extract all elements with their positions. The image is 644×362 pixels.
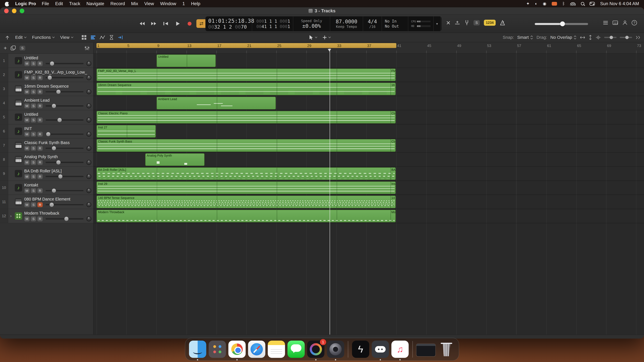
play-circle-icon[interactable]: ◉ bbox=[543, 1, 546, 6]
cycle-button[interactable] bbox=[196, 19, 206, 28]
snap-dropdown[interactable]: Smart bbox=[517, 35, 533, 40]
solo-button[interactable]: S bbox=[31, 146, 36, 151]
lcd-display[interactable]: 01:01:25:18.38 0032 1 2 0070 0001 1 1 00… bbox=[206, 16, 442, 31]
region[interactable]: Ambient Lead bbox=[156, 97, 276, 109]
dock-icon-messages[interactable] bbox=[288, 341, 305, 358]
volume-slider-knob[interactable] bbox=[52, 146, 56, 150]
region[interactable]: Inst 29Ins bbox=[96, 181, 396, 194]
solo-button[interactable]: S bbox=[31, 61, 36, 66]
volume-slider-knob[interactable] bbox=[58, 118, 62, 122]
volume-slider-knob[interactable] bbox=[52, 104, 56, 108]
low-latency-icon[interactable] bbox=[446, 20, 450, 25]
solo-button[interactable]: S bbox=[31, 75, 36, 80]
volume-slider[interactable] bbox=[46, 204, 84, 205]
paint-icon[interactable]: ✦ bbox=[526, 1, 530, 6]
bluetooth-icon[interactable]: ᛒ bbox=[562, 1, 565, 6]
control-center-icon[interactable] bbox=[590, 2, 595, 5]
mute-button[interactable]: M bbox=[24, 89, 30, 94]
zoom-horizontal-icon[interactable] bbox=[580, 36, 585, 39]
region[interactable]: FMP_Kit2_83_Verse_Arp_LFM bbox=[96, 68, 396, 81]
count-in-button[interactable]: 1234 bbox=[484, 20, 496, 26]
mute-button[interactable]: M bbox=[24, 202, 30, 207]
region[interactable]: 16mm Dream Sequence16 bbox=[96, 83, 396, 95]
track-row[interactable]: 4 › Ambient Lead M S R bbox=[0, 96, 93, 110]
dock-icon-finder[interactable] bbox=[189, 341, 206, 358]
dock-icon-chrome[interactable] bbox=[228, 341, 246, 358]
volume-slider-knob[interactable] bbox=[56, 160, 60, 164]
app-menu-title[interactable]: Logic Pro bbox=[15, 1, 36, 6]
region[interactable]: Modern ThrowbackMo bbox=[96, 210, 396, 222]
track-header-config-icon[interactable] bbox=[84, 46, 90, 50]
mute-button[interactable]: M bbox=[24, 174, 30, 179]
record-arm-button[interactable]: R bbox=[38, 61, 43, 66]
track-row[interactable]: 10 › Kontakt M S R bbox=[0, 181, 93, 195]
track-row[interactable]: 1 › Untitled M S R bbox=[0, 54, 93, 68]
dock-icon-camera-app[interactable]: 1 bbox=[307, 341, 324, 358]
track-row[interactable]: 3 › 16mm Dream Sequence M S R bbox=[0, 82, 93, 96]
minimize-button[interactable] bbox=[12, 8, 16, 13]
edit-menu[interactable]: Edit bbox=[15, 35, 27, 40]
record-arm-button[interactable]: R bbox=[38, 188, 43, 193]
mute-button[interactable]: M bbox=[24, 103, 30, 108]
volume-slider[interactable] bbox=[46, 190, 84, 191]
waveform-zoom-icon[interactable] bbox=[596, 35, 601, 40]
solo-button[interactable]: S bbox=[31, 89, 36, 94]
mute-button[interactable]: M bbox=[24, 146, 30, 151]
track-row[interactable]: 6 › INIT M S R bbox=[0, 124, 93, 138]
volume-slider-knob[interactable] bbox=[64, 217, 68, 221]
dock-icon-minimized-window[interactable] bbox=[416, 344, 435, 356]
duplicate-track-button[interactable] bbox=[10, 45, 16, 51]
record-arm-button[interactable]: R bbox=[38, 75, 43, 80]
track-lane[interactable] bbox=[94, 124, 644, 138]
recording-indicator-icon[interactable] bbox=[552, 2, 557, 5]
collapse-chevrons-icon[interactable] bbox=[636, 36, 641, 39]
menu-view[interactable]: View bbox=[144, 1, 154, 6]
add-track-button[interactable]: + bbox=[4, 45, 7, 51]
menu-track[interactable]: Track bbox=[69, 1, 80, 6]
volume-slider-knob[interactable] bbox=[46, 132, 50, 136]
mute-button[interactable]: M bbox=[24, 188, 30, 193]
track-row[interactable]: 11 › 080 BPM Dance Element M S R bbox=[0, 195, 93, 209]
quick-help-icon[interactable]: ? bbox=[632, 20, 637, 25]
pan-knob[interactable] bbox=[86, 132, 91, 137]
command-click-tool-menu[interactable] bbox=[322, 35, 331, 40]
spotlight-icon[interactable] bbox=[581, 2, 584, 5]
view-menu[interactable]: View bbox=[60, 35, 74, 40]
lcd-signature-section[interactable]: 4/4 /16 bbox=[363, 16, 382, 31]
pan-knob[interactable] bbox=[86, 202, 91, 207]
list-editors-icon[interactable] bbox=[603, 20, 608, 25]
flex-icon[interactable] bbox=[109, 35, 114, 40]
menu-window[interactable]: Window bbox=[160, 1, 176, 6]
track-row[interactable]: 5 › Untitled M S R bbox=[0, 110, 93, 124]
region[interactable]: BA DnB Roller [ASL]BA bbox=[96, 167, 396, 180]
volume-slider[interactable] bbox=[46, 218, 84, 220]
solo-button[interactable]: S bbox=[31, 132, 36, 137]
pan-knob[interactable] bbox=[86, 174, 91, 179]
mute-button[interactable]: M bbox=[24, 160, 30, 165]
region[interactable]: 140 BPM Tense Sequence14 bbox=[96, 196, 396, 208]
region[interactable]: Analog Poly Synth bbox=[145, 153, 204, 166]
automation-icon[interactable] bbox=[100, 35, 105, 40]
zoom-button[interactable] bbox=[20, 8, 24, 13]
record-arm-button[interactable]: R bbox=[38, 146, 43, 151]
volume-slider-knob[interactable] bbox=[48, 75, 52, 80]
mute-button[interactable]: M bbox=[24, 132, 30, 137]
menu-1[interactable]: 1 bbox=[182, 1, 185, 6]
contrast-icon[interactable]: ◐ bbox=[535, 1, 538, 6]
solo-button[interactable]: S bbox=[31, 103, 36, 108]
menu-file[interactable]: File bbox=[42, 1, 49, 6]
volume-slider[interactable] bbox=[46, 77, 84, 78]
vertical-zoom-slider[interactable] bbox=[620, 37, 632, 38]
menubar-clock[interactable]: Sun Nov 6 4:04 AM bbox=[600, 1, 639, 6]
track-row[interactable]: 12 › Modern Throwback M S R bbox=[0, 209, 93, 223]
forward-button[interactable] bbox=[149, 19, 159, 28]
pan-knob[interactable] bbox=[86, 61, 91, 66]
region[interactable]: Untitled bbox=[156, 54, 216, 67]
record-arm-button[interactable]: R bbox=[38, 103, 43, 108]
solo-mode-button[interactable]: S bbox=[474, 20, 480, 25]
bar-ruler[interactable]: 15913172125293337414549535761656973 bbox=[94, 43, 644, 54]
mute-button[interactable]: M bbox=[24, 61, 30, 66]
title-bar[interactable]: 3 - Tracks bbox=[0, 7, 644, 15]
dock-icon-safari[interactable] bbox=[248, 341, 265, 358]
go-to-beginning-button[interactable] bbox=[160, 19, 171, 28]
